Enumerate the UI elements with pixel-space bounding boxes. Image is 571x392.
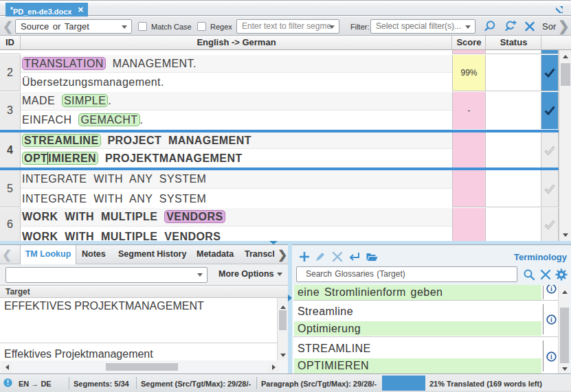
svg-text:i: i	[550, 316, 552, 323]
svg-text:!: !	[7, 379, 9, 387]
svg-text:i: i	[550, 353, 552, 360]
svg-text:i: i	[550, 285, 552, 292]
